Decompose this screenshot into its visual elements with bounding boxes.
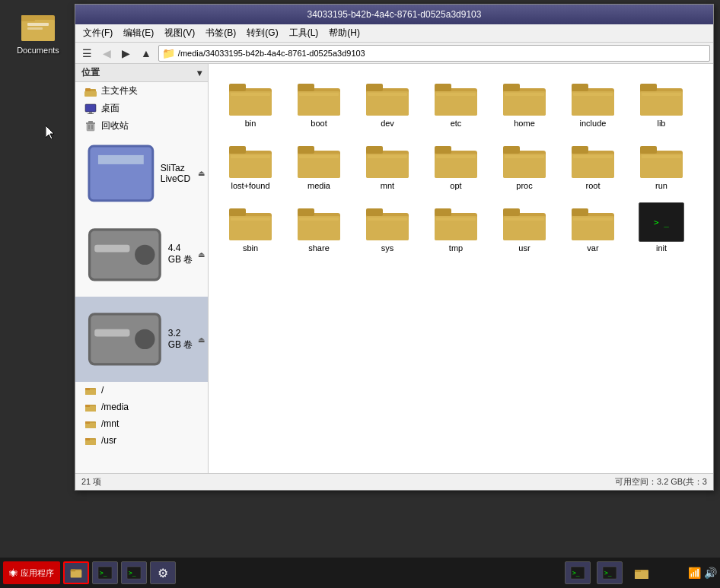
file-item-tmp[interactable]: tmp bbox=[422, 196, 490, 259]
folder-icon-bin bbox=[228, 78, 273, 117]
svg-rect-51 bbox=[436, 93, 476, 96]
folder-icon-run bbox=[639, 140, 684, 180]
taskbar-filemanager-button[interactable] bbox=[63, 561, 89, 584]
svg-rect-129 bbox=[635, 570, 641, 572]
center-terminal2-icon: >_ bbox=[602, 565, 617, 580]
menu-help[interactable]: 帮助(H) bbox=[324, 25, 365, 41]
desktop-documents-icon[interactable]: Documents bbox=[11, 8, 65, 55]
center-terminal-icon: >_ bbox=[570, 565, 585, 580]
svg-point-19 bbox=[135, 244, 155, 264]
file-item-boot[interactable]: boot bbox=[285, 72, 353, 134]
svg-rect-61 bbox=[640, 84, 657, 91]
folder-icon-proc bbox=[502, 140, 547, 180]
sidebar-item-cd[interactable]: SliTaz LiveCD ⏏ bbox=[75, 135, 208, 212]
address-folder-icon: 📁 bbox=[162, 47, 175, 59]
menu-file[interactable]: 文件(F) bbox=[78, 25, 117, 41]
file-item-init[interactable]: > _ init bbox=[627, 196, 696, 259]
menu-tools[interactable]: 工具(L) bbox=[285, 25, 323, 41]
toolbar: ☰ ◀ ▶ ▲ 📁 /media/34033195-b42b-4a4c-8761… bbox=[75, 43, 713, 64]
sidebar-item-usr[interactable]: /usr bbox=[75, 432, 208, 449]
file-label: init bbox=[656, 243, 667, 253]
svg-text:>_: >_ bbox=[604, 570, 612, 577]
file-item-lost+found[interactable]: lost+found bbox=[216, 134, 285, 196]
network-icon: 📶 bbox=[688, 567, 701, 579]
svg-marker-130 bbox=[46, 126, 54, 139]
sidebar-item-home-label: 主文件夹 bbox=[101, 84, 138, 97]
title-bar: 34033195-b42b-4a4c-8761-d0525a3d9103 bbox=[75, 5, 713, 24]
svg-rect-4 bbox=[27, 27, 43, 30]
file-item-bin[interactable]: bin bbox=[216, 72, 285, 134]
file-icon-container bbox=[365, 78, 410, 117]
file-item-run[interactable]: run bbox=[627, 134, 696, 196]
eject-cd-button[interactable]: ⏏ bbox=[198, 169, 205, 177]
file-icon-container bbox=[296, 78, 342, 117]
items-count: 21 项 bbox=[81, 476, 101, 488]
toolbar-forward[interactable]: ▶ bbox=[118, 45, 134, 62]
taskbar-gear-button[interactable]: ⚙ bbox=[150, 561, 176, 584]
svg-rect-31 bbox=[85, 423, 96, 428]
sidebar-item-media[interactable]: /media bbox=[75, 399, 208, 415]
taskbar-center-terminal[interactable]: >_ bbox=[565, 561, 591, 584]
folder-icon-boot bbox=[296, 78, 342, 117]
sidebar-item-root[interactable]: / bbox=[75, 382, 208, 399]
svg-rect-6 bbox=[84, 91, 97, 97]
file-item-include[interactable]: include bbox=[559, 72, 627, 134]
file-icon-container bbox=[296, 202, 342, 242]
menu-goto[interactable]: 转到(G) bbox=[242, 25, 282, 41]
sidebar-item-trash-label: 回收站 bbox=[101, 119, 129, 132]
taskbar-center-folder[interactable] bbox=[629, 561, 655, 584]
file-icon-container bbox=[570, 140, 616, 180]
file-item-dev[interactable]: dev bbox=[353, 72, 422, 134]
file-item-home[interactable]: home bbox=[490, 72, 559, 134]
svg-text:>_: >_ bbox=[129, 570, 136, 577]
svg-rect-53 bbox=[503, 84, 520, 91]
file-icon-container bbox=[570, 78, 616, 117]
menu-view[interactable]: 视图(V) bbox=[160, 25, 199, 41]
sidebar-item-root-label: / bbox=[101, 385, 104, 396]
file-item-root[interactable]: root bbox=[559, 134, 627, 196]
folder-icon-root bbox=[570, 140, 616, 180]
sidebar-item-drive1[interactable]: 4.4 GB 卷 ⏏ bbox=[75, 212, 208, 297]
svg-rect-59 bbox=[573, 93, 613, 96]
svg-rect-37 bbox=[229, 84, 246, 91]
eject-drive1-button[interactable]: ⏏ bbox=[198, 250, 205, 259]
usr-folder-icon bbox=[84, 434, 97, 447]
toolbar-icon-left[interactable]: ☰ bbox=[78, 45, 96, 62]
file-item-sys[interactable]: sys bbox=[353, 196, 422, 259]
free-space: 可用空间：3.2 GB(共：3 bbox=[615, 476, 707, 488]
file-icon-container bbox=[433, 202, 479, 242]
file-label: proc bbox=[516, 181, 532, 190]
file-item-sbin[interactable]: sbin bbox=[216, 196, 285, 259]
toolbar-up[interactable]: ▲ bbox=[137, 45, 155, 62]
file-item-proc[interactable]: proc bbox=[490, 134, 559, 196]
sidebar-item-mnt[interactable]: /mnt bbox=[75, 415, 208, 432]
file-item-media[interactable]: media bbox=[285, 134, 353, 196]
file-item-share[interactable]: share bbox=[285, 196, 353, 259]
address-bar: 📁 /media/34033195-b42b-4a4c-8761-d0525a3… bbox=[158, 45, 710, 62]
file-label: share bbox=[308, 243, 330, 253]
desktop-icon-small bbox=[84, 103, 97, 115]
window-title: 34033195-b42b-4a4c-8761-d0525a3d9103 bbox=[307, 9, 482, 20]
file-item-lib[interactable]: lib bbox=[627, 72, 696, 134]
file-item-mnt[interactable]: mnt bbox=[353, 134, 422, 196]
file-grid: bin boot bbox=[209, 64, 713, 473]
file-item-etc[interactable]: etc bbox=[422, 72, 490, 134]
sidebar-item-drive2[interactable]: 3.2 GB 卷 ⏏ bbox=[75, 297, 208, 382]
taskbar-center-terminal2[interactable]: >_ bbox=[597, 561, 623, 584]
file-item-var[interactable]: var bbox=[559, 196, 627, 259]
apps-label: 应用程序 bbox=[21, 567, 54, 579]
taskbar-terminal1-button[interactable]: >_ bbox=[92, 561, 118, 584]
sidebar-item-home[interactable]: 主文件夹 bbox=[75, 82, 208, 100]
volume-icon[interactable]: 🔊 bbox=[704, 567, 717, 579]
menu-edit[interactable]: 编辑(E) bbox=[119, 25, 158, 41]
sidebar-item-desktop[interactable]: 桌面 bbox=[75, 100, 208, 117]
taskbar-apps-button[interactable]: 🕷 应用程序 bbox=[3, 561, 60, 584]
file-item-opt[interactable]: opt bbox=[422, 134, 490, 196]
toolbar-back[interactable]: ◀ bbox=[99, 45, 115, 62]
folder-icon-dev bbox=[365, 78, 410, 117]
taskbar-terminal2-button[interactable]: >_ bbox=[121, 561, 147, 584]
file-item-usr[interactable]: usr bbox=[490, 196, 559, 259]
eject-drive2-button[interactable]: ⏏ bbox=[198, 335, 205, 344]
menu-bookmarks[interactable]: 书签(B) bbox=[201, 25, 241, 41]
sidebar-item-trash[interactable]: 回收站 bbox=[75, 117, 208, 135]
